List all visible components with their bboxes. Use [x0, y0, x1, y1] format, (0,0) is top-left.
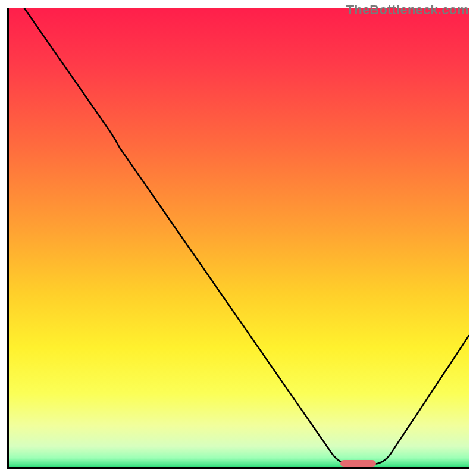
y-axis	[7, 8, 9, 468]
chart-frame: TheBottleneck.com	[0, 0, 476, 476]
watermark-text: TheBottleneck.com	[346, 2, 469, 18]
x-axis	[7, 467, 469, 469]
optimal-marker	[340, 460, 376, 467]
gradient-background	[9, 8, 469, 467]
bottleneck-plot	[9, 8, 469, 467]
